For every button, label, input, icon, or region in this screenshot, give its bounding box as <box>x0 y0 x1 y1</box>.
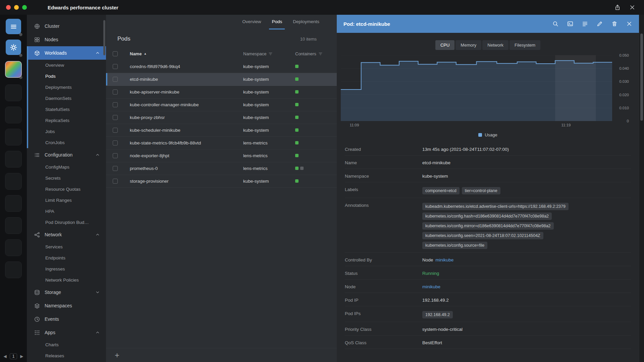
sidebar-item-replicasets[interactable]: ReplicaSets <box>27 115 106 126</box>
nodes-icon <box>34 37 40 43</box>
filter-icon[interactable] <box>318 52 323 56</box>
row-checkbox[interactable] <box>113 153 130 158</box>
row-checkbox[interactable] <box>113 166 130 171</box>
pod-containers <box>295 102 337 107</box>
catalog-button[interactable] <box>6 19 21 34</box>
close-icon[interactable] <box>626 21 632 27</box>
metric-tab-filesystem[interactable]: Filesystem <box>509 40 540 50</box>
zoom-traffic-light[interactable] <box>22 5 27 10</box>
close-traffic-light[interactable] <box>6 5 11 10</box>
sidebar-item-jobs[interactable]: Jobs <box>27 126 106 137</box>
sidebar-item-resource-quotas[interactable]: Resource Quotas <box>27 184 106 195</box>
table-row[interactable]: kube-state-metrics-9fcb4fb9b-88vtdlens-m… <box>106 137 337 149</box>
hotbar-empty-slot[interactable] <box>5 261 22 278</box>
sidebar-item-apps[interactable]: Apps <box>27 326 106 339</box>
row-checkbox[interactable] <box>113 77 130 82</box>
search-icon[interactable] <box>552 21 558 27</box>
select-all-checkbox[interactable] <box>113 51 130 56</box>
tab-deployments[interactable]: Deployments <box>290 15 322 29</box>
table-row[interactable]: storage-provisionerkube-system <box>106 175 337 188</box>
window-scrollbar[interactable] <box>639 15 644 362</box>
row-checkbox[interactable] <box>113 140 130 145</box>
table-row[interactable]: etcd-minikubekube-system <box>106 73 337 86</box>
window-close-icon[interactable] <box>629 4 635 10</box>
status-text: Running <box>422 271 439 276</box>
add-pod-button[interactable]: + <box>115 351 119 359</box>
table-row[interactable]: kube-apiserver-minikubekube-system <box>106 86 337 99</box>
metric-tab-cpu[interactable]: CPU <box>435 40 454 50</box>
shell-icon[interactable] <box>567 21 573 27</box>
sidebar-item-storage[interactable]: Storage <box>27 286 106 299</box>
value-chip: component=etcd <box>422 187 460 194</box>
sidebar-item-label: Configuration <box>45 152 72 158</box>
hotbar-empty-slot[interactable] <box>5 217 22 234</box>
sidebar-item-endpoints[interactable]: Endpoints <box>27 252 106 263</box>
row-checkbox[interactable] <box>113 115 130 120</box>
table-row[interactable]: kube-scheduler-minikubekube-system <box>106 124 337 137</box>
table-row[interactable]: coredns-f9fd979d6-9tkq4kube-system <box>106 60 337 73</box>
sidebar-item-overview[interactable]: Overview <box>27 60 106 71</box>
sidebar-item-secrets[interactable]: Secrets <box>27 173 106 184</box>
resource-link[interactable]: minikube <box>422 284 440 289</box>
logs-icon[interactable] <box>582 21 588 27</box>
row-checkbox[interactable] <box>113 179 130 184</box>
table-row[interactable]: kube-controller-manager-minikubekube-sys… <box>106 99 337 111</box>
row-checkbox[interactable] <box>113 89 130 95</box>
sidebar-item-network-policies[interactable]: Network Policies <box>27 275 106 286</box>
hotbar-empty-slot[interactable] <box>5 239 22 256</box>
sidebar-item-daemonsets[interactable]: DaemonSets <box>27 93 106 104</box>
column-header-name[interactable]: Name▲ <box>130 51 243 56</box>
sidebar-item-hpa[interactable]: HPA <box>27 206 106 217</box>
metric-tab-memory[interactable]: Memory <box>455 40 481 50</box>
minimize-traffic-light[interactable] <box>14 5 19 10</box>
share-icon[interactable] <box>614 4 621 10</box>
hotbar-empty-slot[interactable] <box>5 84 22 101</box>
chart-plot <box>341 55 612 121</box>
sidebar-item-limit-ranges[interactable]: Limit Ranges <box>27 195 106 206</box>
hotbar-empty-slot[interactable] <box>5 173 22 190</box>
row-checkbox[interactable] <box>113 64 130 69</box>
resource-link[interactable]: minikube <box>435 257 453 262</box>
sidebar-item-deployments[interactable]: Deployments <box>27 82 106 93</box>
sidebar-item-nodes[interactable]: Nodes <box>27 33 106 46</box>
sidebar-item-ingresses[interactable]: Ingresses <box>27 263 106 275</box>
tab-pods[interactable]: Pods <box>269 15 285 29</box>
sidebar-item-workloads[interactable]: Workloads <box>27 46 106 60</box>
metric-tab-network[interactable]: Network <box>482 40 508 50</box>
table-row[interactable]: node-exporter-8jhptlens-metrics <box>106 149 337 162</box>
column-header-containers[interactable]: Containers <box>295 51 337 56</box>
edit-icon[interactable] <box>597 21 603 27</box>
hotbar-empty-slot[interactable] <box>5 195 22 212</box>
namespaces-icon <box>34 303 40 309</box>
sidebar-item-statefulsets[interactable]: StatefulSets <box>27 104 106 115</box>
row-checkbox[interactable] <box>113 128 130 133</box>
table-row[interactable]: prometheus-0lens-metrics <box>106 162 337 175</box>
sidebar-item-pods[interactable]: Pods <box>27 71 106 82</box>
sidebar-scrollbar-thumb[interactable] <box>103 20 105 55</box>
sidebar-item-releases[interactable]: Releases <box>27 350 106 361</box>
sidebar-item-services[interactable]: Services <box>27 241 106 252</box>
next-page-icon[interactable]: ▶ <box>20 354 23 359</box>
hotbar-empty-slot[interactable] <box>5 107 22 123</box>
tab-overview[interactable]: Overview <box>239 15 264 29</box>
sidebar-item-cronjobs[interactable]: CronJobs <box>27 137 106 148</box>
sidebar-item-pod-disruption-bud[interactable]: Pod Disruption Bud… <box>27 217 106 228</box>
row-checkbox[interactable] <box>113 102 130 107</box>
sidebar-item-network[interactable]: Network <box>27 228 106 241</box>
sidebar-item-namespaces[interactable]: Namespaces <box>27 299 106 312</box>
cluster-avatar[interactable] <box>5 61 22 78</box>
sidebar-item-configmaps[interactable]: ConfigMaps <box>27 162 106 173</box>
hotbar-empty-slot[interactable] <box>5 129 22 145</box>
hotbar-empty-slot[interactable] <box>5 151 22 168</box>
column-header-namespace[interactable]: Namespace <box>243 51 295 56</box>
scrollbar-thumb[interactable] <box>640 34 643 121</box>
sidebar-item-cluster[interactable]: Cluster <box>27 19 106 33</box>
filter-icon[interactable] <box>268 52 273 56</box>
delete-icon[interactable] <box>611 21 618 27</box>
preferences-button[interactable] <box>6 40 21 55</box>
sidebar-item-configuration[interactable]: Configuration <box>27 148 106 162</box>
sidebar-item-events[interactable]: Events <box>27 312 106 326</box>
table-row[interactable]: kube-proxy-zbhsrkube-system <box>106 111 337 124</box>
sidebar-item-charts[interactable]: Charts <box>27 339 106 350</box>
prev-page-icon[interactable]: ◀ <box>3 354 6 359</box>
